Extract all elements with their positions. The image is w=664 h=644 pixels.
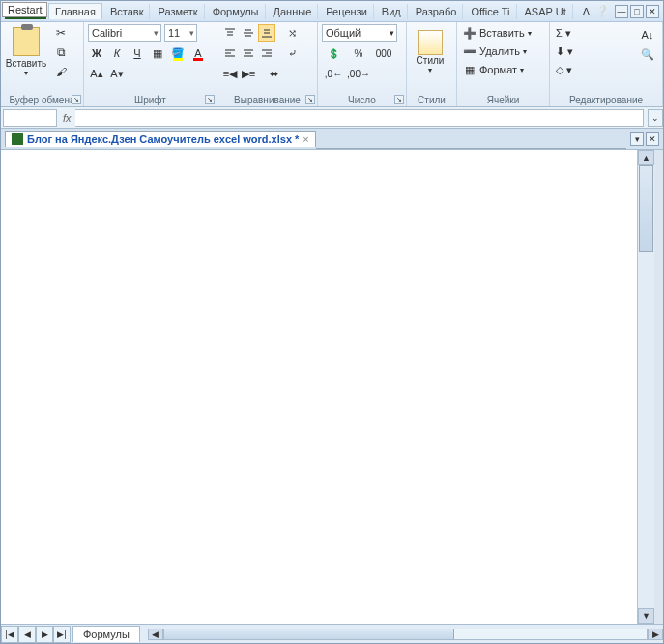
- expand-formula-icon[interactable]: ⌄: [648, 109, 663, 127]
- formula-input[interactable]: [75, 109, 644, 127]
- group-label: Ячейки: [461, 94, 545, 106]
- format-label: Формат: [479, 64, 517, 75]
- tab-view[interactable]: Вид: [376, 4, 408, 19]
- scroll-down-icon[interactable]: ▼: [638, 608, 654, 624]
- styles-icon: [418, 30, 443, 55]
- dialog-launcher-icon[interactable]: ↘: [305, 95, 315, 104]
- tab-layout[interactable]: Разметк: [152, 4, 204, 19]
- app-window: Файл Главная Вставк Разметк Формулы Данн…: [0, 0, 664, 644]
- close-tab-icon[interactable]: ×: [303, 133, 308, 145]
- window-controls: — □ ✕: [615, 5, 659, 18]
- wrap-text-icon[interactable]: ⤶: [283, 44, 301, 62]
- close-all-icon[interactable]: ✕: [646, 132, 659, 146]
- align-center-icon[interactable]: [240, 44, 257, 62]
- comma-icon[interactable]: 000: [372, 44, 395, 62]
- find-select-icon[interactable]: 🔍: [639, 45, 656, 63]
- number-format-select[interactable]: Общий: [322, 24, 397, 42]
- font-color-button[interactable]: A: [189, 44, 207, 62]
- dialog-launcher-icon[interactable]: ↘: [205, 95, 215, 104]
- name-box[interactable]: [3, 109, 57, 127]
- cell-styles-button[interactable]: Стили ▾: [411, 30, 449, 74]
- merge-button[interactable]: ⬌: [265, 65, 282, 82]
- scroll-right-icon[interactable]: ▶: [648, 629, 663, 640]
- decrease-indent-icon[interactable]: ≡◀: [221, 65, 239, 82]
- paste-button[interactable]: Вставить ▾: [5, 24, 47, 80]
- group-styles: Стили ▾ Стили: [407, 22, 457, 106]
- increase-indent-icon[interactable]: ▶≡: [240, 65, 257, 82]
- autosum-button[interactable]: Σ ▾: [554, 24, 587, 42]
- delete-icon: ➖: [463, 44, 476, 58]
- delete-cells-button[interactable]: ➖Удалить▾: [461, 43, 545, 60]
- currency-icon[interactable]: 💲: [322, 44, 345, 62]
- align-bottom-icon[interactable]: [258, 24, 275, 42]
- close-icon[interactable]: ✕: [646, 5, 659, 18]
- orientation-icon[interactable]: ⤭: [283, 24, 301, 42]
- insert-cells-button[interactable]: ➕Вставить▾: [461, 24, 545, 42]
- align-left-icon[interactable]: [221, 44, 239, 62]
- increase-decimal-icon[interactable]: ,0←: [322, 65, 345, 82]
- font-name-select[interactable]: Calibri: [88, 24, 161, 42]
- formula-bar: fx ⌄: [1, 107, 663, 129]
- ribbon: Вставить ▾ Буфер обмена ↘ Calibri 11: [1, 22, 663, 107]
- sheet-bar: |◀ ◀ ▶ ▶| Формулы ◀ ▶: [1, 624, 663, 643]
- minimize-icon[interactable]: —: [615, 5, 628, 18]
- dialog-launcher-icon[interactable]: ↘: [394, 95, 404, 104]
- clear-button[interactable]: ◇ ▾: [554, 61, 587, 78]
- underline-button[interactable]: Ч: [129, 44, 146, 62]
- paste-label: Вставить: [6, 58, 46, 69]
- dialog-launcher-icon[interactable]: ↘: [72, 95, 81, 104]
- bold-button[interactable]: Ж: [88, 44, 105, 62]
- last-sheet-icon[interactable]: ▶|: [53, 626, 71, 643]
- scroll-thumb[interactable]: [639, 165, 653, 252]
- prev-sheet-icon[interactable]: ◀: [18, 626, 36, 643]
- cell-grid[interactable]: [1, 150, 637, 624]
- tab-asap[interactable]: ASAP Ut: [519, 4, 573, 19]
- align-middle-icon[interactable]: [240, 24, 257, 42]
- help-icon[interactable]: ❔: [595, 5, 609, 17]
- restart-tag: Restart: [2, 2, 47, 17]
- styles-label: Стили: [417, 55, 445, 66]
- shrink-font-icon[interactable]: A▾: [108, 65, 126, 82]
- tab-data[interactable]: Данные: [268, 4, 319, 19]
- border-button[interactable]: ▦: [149, 44, 166, 62]
- scroll-up-icon[interactable]: ▲: [638, 150, 654, 165]
- fx-icon[interactable]: fx: [59, 112, 75, 124]
- vertical-scrollbar[interactable]: ▲ ▼: [637, 150, 654, 624]
- group-label: Буфер обмена: [5, 94, 79, 106]
- fill-color-button[interactable]: 🪣: [169, 44, 187, 62]
- horizontal-scrollbar[interactable]: ◀ ▶: [148, 629, 663, 640]
- copy-icon[interactable]: [51, 44, 71, 61]
- workbook-tab-label: Блог на Яндекс.Дзен Самоучитель excel wo…: [27, 133, 299, 145]
- decrease-decimal-icon[interactable]: ,00→: [347, 65, 370, 82]
- maximize-icon[interactable]: □: [630, 5, 644, 18]
- tab-office[interactable]: Office Ti: [465, 4, 516, 19]
- scroll-left-icon[interactable]: ◀: [148, 629, 163, 640]
- tab-menu-icon[interactable]: ▾: [630, 132, 644, 146]
- group-editing: Σ ▾ ⬇ ▾ ◇ ▾ A↓ 🔍 Редактирование: [550, 22, 663, 106]
- minimize-ribbon-icon[interactable]: ᐱ: [583, 6, 590, 16]
- format-painter-icon[interactable]: [51, 63, 71, 80]
- fill-button[interactable]: ⬇ ▾: [554, 43, 587, 60]
- cut-icon[interactable]: [51, 24, 71, 42]
- italic-button[interactable]: К: [108, 44, 126, 62]
- tab-developer[interactable]: Разрабо: [410, 4, 464, 19]
- group-number: Общий 💲 % 000 ,0← ,00→ Число ↘: [318, 22, 407, 106]
- align-top-icon[interactable]: [221, 24, 239, 42]
- insert-icon: ➕: [463, 26, 476, 40]
- percent-icon[interactable]: %: [347, 44, 370, 62]
- format-cells-button[interactable]: ▦Формат▾: [461, 61, 545, 78]
- tab-review[interactable]: Рецензи: [320, 4, 374, 19]
- grow-font-icon[interactable]: A▴: [88, 65, 105, 82]
- workbook-tab[interactable]: Блог на Яндекс.Дзен Самоучитель excel wo…: [5, 131, 316, 147]
- tab-home[interactable]: Главная: [48, 3, 102, 19]
- font-size-select[interactable]: 11: [164, 24, 197, 42]
- next-sheet-icon[interactable]: ▶: [36, 626, 53, 643]
- tab-insert[interactable]: Вставк: [104, 4, 151, 19]
- sort-filter-icon[interactable]: A↓: [639, 26, 656, 44]
- sheet-tab[interactable]: Формулы: [72, 626, 140, 642]
- group-label: Шрифт: [88, 94, 213, 106]
- first-sheet-icon[interactable]: |◀: [1, 626, 18, 643]
- scroll-thumb[interactable]: [164, 629, 454, 639]
- align-right-icon[interactable]: [258, 44, 275, 62]
- tab-formulas[interactable]: Формулы: [207, 4, 266, 19]
